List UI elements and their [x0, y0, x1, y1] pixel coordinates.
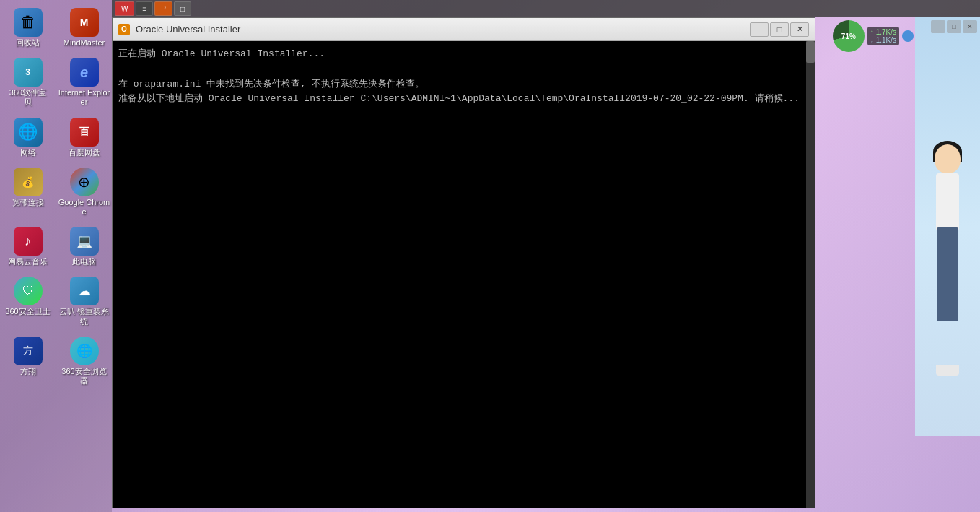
cpu-usage-circle: 71% [833, 20, 865, 52]
terminal-output: 正在启动 Oracle Universal Installer... 在 ora… [118, 47, 809, 107]
char-shoes [936, 365, 959, 376]
oracle-icon-text: O [121, 25, 127, 33]
taskbar: W ≡ P □ [112, 0, 980, 17]
close-button[interactable]: ✕ [790, 22, 809, 37]
360soft-icon: 3 [14, 58, 43, 87]
upload-arrow: ↑ [870, 28, 876, 36]
desktop-icon-recycle[interactable]: 🗑 回收站 [0, 5, 57, 51]
network-icon: 🌐 [14, 118, 43, 147]
window-title: Oracle Universal Installer [136, 24, 744, 35]
network-indicator: 71% ↑ 1.7K/s ↓ 1.1K/s [833, 20, 914, 52]
taskbar-wps-btn[interactable]: W [115, 1, 134, 16]
desktop-icon-panel: 🗑 回收站 M MindMaster 3 360软件宝贝 [0, 0, 112, 512]
network-speeds-panel: ↑ 1.7K/s ↓ 1.1K/s [867, 27, 899, 45]
notification-badge[interactable] [902, 30, 914, 42]
window-controls: ─ □ ✕ [750, 22, 809, 37]
desktop-icon-mindmaster[interactable]: M MindMaster [56, 5, 113, 51]
scrollbar[interactable] [806, 41, 815, 508]
desktop-icon-360browser[interactable]: 🌐 360安全浏览器 [56, 334, 113, 389]
coin-label: 宽带连接 [12, 198, 44, 207]
taskbar-other-btn[interactable]: □ [174, 1, 191, 16]
network-label: 网络 [20, 148, 36, 157]
window-titlebar: O Oracle Universal Installer ─ □ ✕ [113, 18, 815, 41]
music-icon: ♪ [14, 227, 43, 256]
cloud-icon: ☁ [70, 277, 99, 305]
icon-row-1: 🗑 回收站 M MindMaster [0, 4, 113, 52]
icon-row-2: 3 360软件宝贝 e Internet Explorer [0, 53, 113, 111]
widget-minimize-btn[interactable]: ─ [931, 20, 945, 33]
360browser-label: 360安全浏览器 [58, 367, 110, 386]
chrome-icon: ⊕ [70, 168, 99, 196]
cpu-percent-label: 71% [841, 32, 856, 40]
desktop-icon-fangxiang[interactable]: 方 方翔 [0, 334, 57, 379]
mindmaster-label: MindMaster [64, 38, 105, 48]
chrome-label: Google Chrome [58, 198, 110, 217]
char-pants [937, 227, 958, 321]
360safe-icon: 🛡 [14, 277, 43, 305]
desktop-icon-ie[interactable]: e Internet Explorer [56, 55, 113, 110]
pc-icon: 💻 [70, 227, 99, 256]
desktop-icon-360safe[interactable]: 🛡 360安全卫士 [0, 274, 57, 319]
icon-row-7: 方 方翔 🌐 360安全浏览器 [0, 332, 113, 390]
oracle-installer-window: O Oracle Universal Installer ─ □ ✕ 正在启动 … [112, 17, 815, 508]
desktop-icon-coin[interactable]: 💰 宽带连接 [0, 165, 57, 210]
desktop-icon-pc[interactable]: 💻 此电脑 [56, 224, 113, 269]
taskbar-ppt-btn[interactable]: P [154, 1, 172, 16]
desktop-icon-cloud[interactable]: ☁ 云叭·镜重装系统 [56, 274, 113, 329]
desktop-icon-360soft[interactable]: 3 360软件宝贝 [0, 55, 57, 110]
icon-row-5: ♪ 网易云音乐 💻 此电脑 [0, 222, 113, 271]
desktop: 🗑 回收站 M MindMaster 3 360软件宝贝 [0, 0, 980, 512]
pc-label: 此电脑 [72, 257, 96, 266]
widget-controls: ─ □ ✕ [915, 17, 980, 36]
oracle-window-icon: O [118, 24, 130, 35]
cloud-label: 云叭·镜重装系统 [58, 307, 110, 326]
right-widget-panel: ─ □ ✕ [915, 17, 980, 436]
char-torso [936, 173, 959, 231]
desktop-icon-chrome[interactable]: ⊕ Google Chrome [56, 165, 113, 220]
taskbar-word-btn[interactable]: ≡ [136, 1, 153, 16]
download-speed: ↓ 1.1K/s [870, 36, 896, 44]
coin-icon: 💰 [14, 168, 43, 196]
upload-speed-value: 1.7K/s [876, 28, 896, 36]
recycle-icon: 🗑 [14, 8, 43, 37]
music-label: 网易云音乐 [8, 257, 48, 266]
char-head [935, 144, 961, 173]
upload-speed: ↑ 1.7K/s [870, 28, 896, 36]
icon-row-3: 🌐 网络 百 百度网盘 [0, 113, 113, 162]
icon-row-6: 🛡 360安全卫士 ☁ 云叭·镜重装系统 [0, 272, 113, 330]
fangxiang-icon: 方 [14, 337, 43, 365]
360soft-label: 360软件宝贝 [9, 88, 46, 107]
minimize-button[interactable]: ─ [750, 22, 769, 37]
360safe-label: 360安全卫士 [5, 307, 50, 316]
widget-maximize-btn[interactable]: □ [947, 20, 961, 33]
download-arrow: ↓ [870, 36, 876, 44]
baidu-icon: 百 [70, 118, 99, 147]
360browser-icon: 🌐 [70, 337, 99, 365]
ie-icon: e [70, 58, 99, 87]
terminal-content: 正在启动 Oracle Universal Installer... 在 ora… [113, 41, 815, 508]
recycle-label: 回收站 [16, 38, 40, 48]
anime-character-body [926, 144, 969, 376]
mindmaster-icon: M [70, 8, 99, 37]
anime-character-display [915, 36, 980, 383]
desktop-icon-music[interactable]: ♪ 网易云音乐 [0, 224, 57, 269]
desktop-icon-baidu[interactable]: 百 百度网盘 [56, 115, 113, 160]
scrollbar-thumb[interactable] [806, 41, 815, 63]
baidu-label: 百度网盘 [69, 148, 100, 157]
ie-label: Internet Explorer [58, 88, 110, 107]
icon-row-4: 💰 宽带连接 ⊕ Google Chrome [0, 163, 113, 221]
fangxiang-label: 方翔 [20, 367, 36, 376]
maximize-button[interactable]: □ [770, 22, 789, 37]
widget-close-btn[interactable]: ✕ [963, 20, 977, 33]
desktop-icon-network[interactable]: 🌐 网络 [0, 115, 57, 160]
download-speed-value: 1.1K/s [876, 36, 896, 44]
